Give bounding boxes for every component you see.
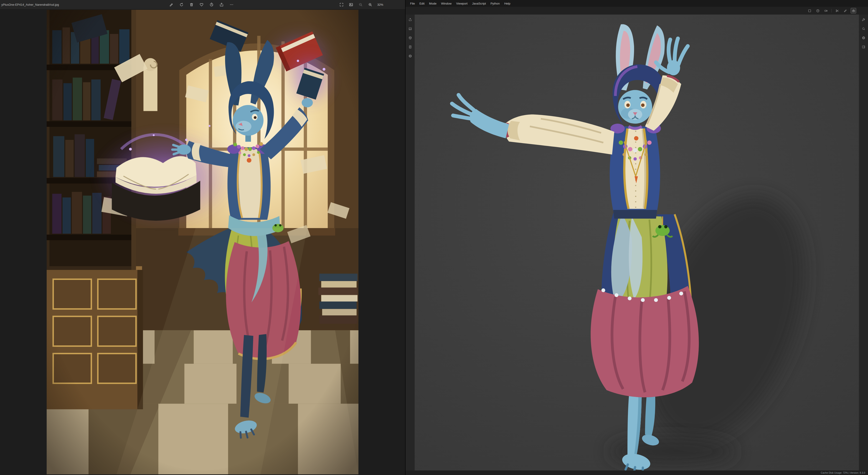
- zoom-level-label: 32%: [377, 3, 383, 6]
- viewer-zoom-group: 32%: [339, 0, 383, 9]
- more-icon: [229, 2, 234, 7]
- cut-tool-button[interactable]: [834, 8, 840, 13]
- viewport-zoom-button[interactable]: [861, 26, 866, 31]
- tools-button[interactable]: [861, 17, 866, 22]
- mesh-button[interactable]: [407, 35, 413, 40]
- desktop: yPlusOne-EP414_Asher_Narendra8Asd.jpg: [0, 0, 868, 475]
- rotate-button[interactable]: [179, 2, 184, 7]
- viewer-toolbar: yPlusOne-EP414_Asher_Narendra8Asd.jpg: [0, 0, 405, 9]
- delete-icon: [189, 2, 194, 7]
- timer-icon: [209, 2, 214, 7]
- status-bar: Cache Disk Usage: 72% | Version: 8.3.0: [406, 470, 868, 475]
- material-button[interactable]: [407, 53, 413, 59]
- status-text: Cache Disk Usage: 72% | Version: 8.3.0: [821, 471, 865, 474]
- heart-icon: [199, 2, 204, 7]
- share-button[interactable]: [218, 2, 224, 7]
- image-frame-icon: [349, 2, 353, 7]
- environment-button[interactable]: [861, 35, 866, 40]
- frame-icon: [808, 9, 811, 13]
- fit-to-window-button[interactable]: [348, 2, 354, 7]
- app-body: [406, 14, 868, 470]
- globe-icon: [862, 36, 866, 40]
- image-viewer-pane: yPlusOne-EP414_Asher_Narendra8Asd.jpg: [0, 0, 405, 475]
- material-sphere-icon: [408, 54, 412, 58]
- menu-file[interactable]: File: [408, 1, 417, 6]
- panel-icon: [862, 45, 866, 49]
- wrench-icon: [862, 18, 866, 22]
- record-tool-button[interactable]: [823, 8, 829, 13]
- zoom-in-icon: [368, 2, 373, 7]
- zoom-out-icon: [358, 2, 363, 7]
- fullscreen-icon: [339, 2, 344, 7]
- scissors-icon: [835, 9, 839, 13]
- camera-icon: [851, 9, 856, 13]
- right-tool-strip: [859, 14, 868, 470]
- rotate-icon: [179, 2, 184, 7]
- fullscreen-button[interactable]: [339, 2, 345, 7]
- delete-button[interactable]: [188, 2, 194, 7]
- edit-button[interactable]: [168, 2, 174, 7]
- concept-painting: [46, 10, 359, 474]
- menu-javascript[interactable]: JavaScript: [470, 1, 488, 6]
- video-camera-icon: [824, 9, 828, 13]
- render-viewport[interactable]: [415, 14, 859, 470]
- viewer-canvas[interactable]: [0, 9, 405, 475]
- viewer-tool-group: [168, 0, 235, 9]
- menu-mode[interactable]: Mode: [427, 1, 439, 6]
- edit-icon: [169, 2, 174, 7]
- gallery-button[interactable]: [407, 26, 413, 31]
- pen-icon: [843, 9, 847, 13]
- menu-window[interactable]: Window: [439, 1, 454, 6]
- app-toolbar: [406, 7, 868, 14]
- menu-edit[interactable]: Edit: [417, 1, 427, 6]
- help-tool-button[interactable]: [815, 8, 820, 13]
- menu-viewport[interactable]: Viewport: [454, 1, 470, 6]
- notes-button[interactable]: [407, 44, 413, 49]
- annotate-tool-button[interactable]: [842, 8, 848, 13]
- more-button[interactable]: [228, 2, 235, 7]
- export-icon: [408, 18, 412, 22]
- screenshot-tool-button[interactable]: [851, 8, 856, 13]
- menu-help[interactable]: Help: [502, 1, 513, 6]
- zoom-out-button[interactable]: [358, 2, 364, 7]
- magnifier-icon: [862, 27, 866, 31]
- three-d-render: [415, 14, 859, 470]
- notes-icon: [408, 45, 412, 49]
- cube-icon: [408, 36, 412, 40]
- panel-toggle-button[interactable]: [861, 44, 866, 49]
- menu-python[interactable]: Python: [488, 1, 502, 6]
- export-button[interactable]: [407, 17, 413, 22]
- filename-label: yPlusOne-EP414_Asher_Narendra8Asd.jpg: [0, 3, 59, 6]
- app-menubar: File Edit Mode Window Viewport JavaScrip…: [406, 0, 868, 7]
- three-d-app-pane: File Edit Mode Window Viewport JavaScrip…: [405, 0, 868, 475]
- toolbar-separator: [831, 9, 832, 12]
- help-icon: [816, 9, 820, 13]
- frame-tool-button[interactable]: [807, 8, 812, 13]
- slideshow-timer-button[interactable]: [209, 2, 214, 7]
- zoom-in-button[interactable]: [367, 2, 373, 7]
- share-icon: [219, 2, 224, 7]
- favorite-button[interactable]: [198, 2, 205, 7]
- gallery-icon: [408, 27, 412, 31]
- left-tool-strip: [406, 14, 415, 470]
